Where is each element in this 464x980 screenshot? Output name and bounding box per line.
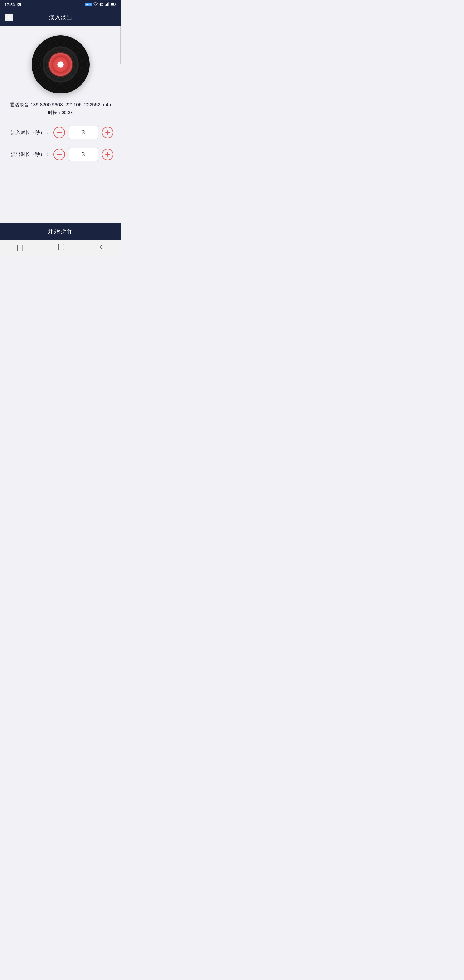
- menu-nav-icon[interactable]: |||: [16, 244, 24, 251]
- nav-bar: |||: [0, 240, 121, 256]
- fade-in-minus-button[interactable]: [54, 127, 65, 138]
- header: 淡入淡出: [0, 9, 121, 26]
- svg-rect-1: [106, 4, 107, 6]
- svg-rect-12: [105, 154, 110, 155]
- svg-rect-5: [111, 3, 114, 5]
- controls-section: 淡入时长（秒）： 淡出时长（秒）：: [6, 126, 114, 170]
- svg-rect-0: [105, 5, 106, 6]
- status-right: HD 4G: [86, 2, 116, 7]
- svg-rect-10: [57, 154, 62, 155]
- vinyl-hole: [58, 62, 63, 67]
- fade-out-row: 淡出时长（秒）：: [6, 148, 114, 161]
- vinyl-label: [49, 53, 72, 76]
- fade-in-plus-button[interactable]: [102, 127, 113, 138]
- bottom-bar: 开始操作: [0, 223, 121, 240]
- start-button[interactable]: 开始操作: [48, 227, 73, 235]
- network-4g-icon: 4G: [99, 3, 103, 6]
- fade-out-label: 淡出时长（秒）：: [8, 151, 49, 158]
- fade-in-row: 淡入时长（秒）：: [6, 126, 114, 139]
- fade-out-minus-button[interactable]: [54, 149, 65, 160]
- file-duration: 时长：00:38: [48, 110, 73, 116]
- header-title: 淡入淡出: [49, 14, 72, 21]
- main-content: 通话录音 139 8200 9608_221106_222552.m4a 时长：…: [0, 26, 121, 223]
- status-bar: 17:53 🖼 HD 4G: [0, 0, 121, 9]
- hd-badge: HD: [86, 3, 92, 6]
- svg-rect-7: [57, 132, 62, 133]
- back-button[interactable]: [5, 14, 13, 21]
- svg-rect-13: [58, 244, 64, 250]
- battery-icon: [111, 3, 116, 7]
- svg-rect-9: [105, 132, 110, 133]
- fade-in-input[interactable]: [69, 126, 98, 139]
- vinyl-record: [32, 35, 90, 94]
- status-left: 17:53 🖼: [5, 2, 21, 7]
- file-name: 通话录音 139 8200 9608_221106_222552.m4a: [10, 101, 111, 108]
- home-nav-icon[interactable]: [58, 243, 65, 252]
- signal-bars-icon: [105, 2, 109, 7]
- scroll-indicator: [119, 26, 121, 64]
- svg-rect-2: [107, 3, 108, 6]
- fade-out-input[interactable]: [69, 148, 98, 161]
- wifi-icon: [93, 2, 98, 7]
- vinyl-container: [32, 35, 90, 94]
- svg-rect-3: [108, 2, 109, 6]
- fade-out-plus-button[interactable]: [102, 149, 113, 160]
- back-nav-icon[interactable]: [98, 244, 104, 252]
- gallery-icon: 🖼: [17, 2, 21, 7]
- fade-in-label: 淡入时长（秒）：: [8, 130, 49, 136]
- svg-rect-6: [116, 3, 116, 5]
- time-display: 17:53: [5, 2, 15, 7]
